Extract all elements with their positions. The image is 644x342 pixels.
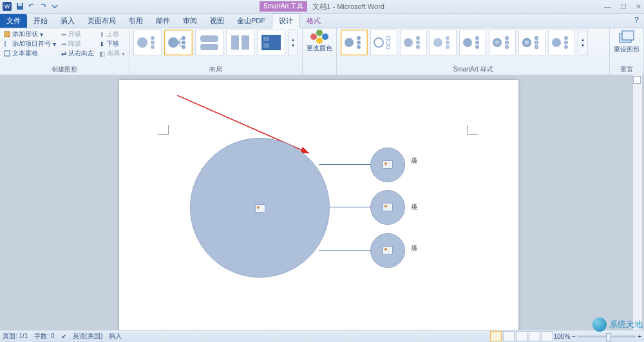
undo-icon[interactable] xyxy=(26,1,37,12)
ribbon-group-change-colors: 更改颜色 xyxy=(303,28,337,75)
layout-thumb-1[interactable] xyxy=(133,30,162,55)
status-insert-mode[interactable]: 插入 xyxy=(109,332,122,341)
style-thumb-2[interactable] xyxy=(370,30,397,55)
redo-icon[interactable] xyxy=(38,1,48,12)
svg-point-35 xyxy=(416,41,420,44)
view-web-icon[interactable] xyxy=(516,331,527,341)
move-down-button[interactable]: ⬇ 下移 xyxy=(99,39,125,48)
change-colors-button[interactable]: 更改颜色 xyxy=(307,30,332,53)
style-thumb-6[interactable] xyxy=(489,30,516,55)
zoom-in-icon[interactable]: + xyxy=(638,333,641,340)
text-pane-button[interactable]: 文本窗格 xyxy=(4,49,56,58)
reset-graphic-button[interactable]: 重设图形 xyxy=(614,30,639,54)
svg-point-37 xyxy=(433,38,442,47)
style-thumb-3[interactable] xyxy=(400,30,427,55)
style-thumb-4[interactable] xyxy=(430,30,457,55)
svg-point-9 xyxy=(151,41,155,44)
style-gallery-more[interactable]: ▴▾ xyxy=(578,30,588,55)
view-draft-icon[interactable] xyxy=(542,331,553,341)
smartart-child-circle[interactable] xyxy=(370,147,405,182)
help-icon[interactable]: ? xyxy=(634,15,639,24)
tab-insert[interactable]: 插入 xyxy=(54,14,81,28)
svg-line-15 xyxy=(178,38,182,43)
svg-rect-6 xyxy=(5,51,10,56)
status-spellcheck-icon[interactable]: ✔ xyxy=(61,333,66,340)
svg-point-29 xyxy=(374,38,383,47)
zoom-out-icon[interactable]: − xyxy=(572,333,576,340)
picture-placeholder-icon[interactable] xyxy=(383,203,393,211)
layout-thumb-5[interactable] xyxy=(257,30,285,55)
svg-point-51 xyxy=(535,41,538,44)
smartart-main-circle[interactable] xyxy=(190,138,330,278)
ribbon-group-reset: 重设图形 重置 xyxy=(610,28,644,75)
status-word-count[interactable]: 字数: 0 xyxy=(34,332,54,341)
close-icon[interactable]: ✕ xyxy=(636,3,641,11)
layout-thumb-3[interactable] xyxy=(195,30,223,55)
qat-customize-icon[interactable] xyxy=(50,1,60,12)
svg-point-42 xyxy=(475,36,479,40)
tab-home[interactable]: 开始 xyxy=(27,14,54,28)
svg-point-39 xyxy=(446,41,450,44)
layout-thumb-2-selected[interactable] xyxy=(164,30,193,55)
document-page[interactable]: 二级 二级 二级 xyxy=(119,80,518,330)
add-bullet-button[interactable]: 添加项目符号 ▾ xyxy=(4,39,56,48)
save-icon[interactable] xyxy=(15,1,25,12)
svg-point-44 xyxy=(475,45,479,49)
svg-rect-21 xyxy=(242,35,249,50)
picture-placeholder-icon[interactable] xyxy=(255,204,265,213)
rtl-button[interactable]: ⇄ 从右向左 xyxy=(61,49,94,58)
svg-rect-18 xyxy=(200,35,218,42)
zoom-percent[interactable]: 100% xyxy=(554,333,571,340)
layout-gallery-more[interactable]: ▴▾ xyxy=(288,30,298,55)
smartart-child-circle[interactable] xyxy=(370,233,405,268)
svg-point-27 xyxy=(357,41,361,44)
window-controls: — ☐ ✕ xyxy=(604,0,641,13)
view-print-layout-icon[interactable] xyxy=(490,331,502,341)
tab-wps-pdf[interactable]: 金山PDF xyxy=(231,14,272,28)
layout-thumb-4[interactable] xyxy=(226,30,254,55)
svg-point-25 xyxy=(345,38,354,47)
tab-review[interactable]: 审阅 xyxy=(176,14,204,28)
style-thumb-5[interactable] xyxy=(459,30,486,55)
svg-rect-58 xyxy=(622,31,634,40)
tab-design[interactable]: 设计 xyxy=(272,14,300,28)
svg-point-26 xyxy=(357,36,361,40)
tab-view[interactable]: 视图 xyxy=(204,14,231,28)
style-thumb-8[interactable] xyxy=(548,30,575,55)
svg-point-7 xyxy=(137,37,147,48)
picture-placeholder-icon[interactable] xyxy=(383,160,393,169)
view-outline-icon[interactable] xyxy=(529,331,540,341)
tab-format[interactable]: 格式 xyxy=(300,14,327,28)
style-thumb-7[interactable] xyxy=(518,30,545,55)
ribbon-tabs: 文件 开始 插入 页面布局 引用 邮件 审阅 视图 金山PDF 设计 格式 ? xyxy=(0,14,644,28)
smartart-child-circle[interactable] xyxy=(370,190,405,225)
tab-mailings[interactable]: 邮件 xyxy=(149,14,176,28)
svg-point-8 xyxy=(151,36,155,40)
svg-point-32 xyxy=(386,45,390,49)
vertical-scrollbar[interactable] xyxy=(632,75,642,330)
split-handle[interactable] xyxy=(633,76,641,84)
zoom-slider-knob[interactable] xyxy=(606,333,611,341)
svg-rect-2 xyxy=(5,32,10,37)
zoom-slider[interactable] xyxy=(578,336,636,337)
tab-references[interactable]: 引用 xyxy=(122,14,149,28)
tab-page-layout[interactable]: 页面布局 xyxy=(81,14,122,28)
minimize-icon[interactable]: — xyxy=(604,3,611,10)
document-area[interactable]: 二级 二级 二级 xyxy=(0,75,644,330)
svg-point-52 xyxy=(535,45,538,49)
margin-corner-icon xyxy=(158,125,169,135)
status-page[interactable]: 页面: 1/1 xyxy=(3,332,28,341)
svg-rect-1 xyxy=(18,3,22,6)
view-fullscreen-icon[interactable] xyxy=(503,331,515,341)
add-shape-button[interactable]: 添加形状 ▾ xyxy=(4,30,56,39)
svg-point-45 xyxy=(493,38,502,47)
maximize-icon[interactable]: ☐ xyxy=(620,3,627,11)
picture-placeholder-icon[interactable] xyxy=(383,246,393,254)
status-language[interactable]: 英语(美国) xyxy=(73,332,103,341)
svg-point-53 xyxy=(552,38,561,47)
svg-line-17 xyxy=(178,43,182,47)
connector-line xyxy=(328,207,372,207)
svg-point-11 xyxy=(168,37,178,48)
tab-file[interactable]: 文件 xyxy=(0,14,27,28)
style-thumb-1-selected[interactable] xyxy=(341,30,368,55)
